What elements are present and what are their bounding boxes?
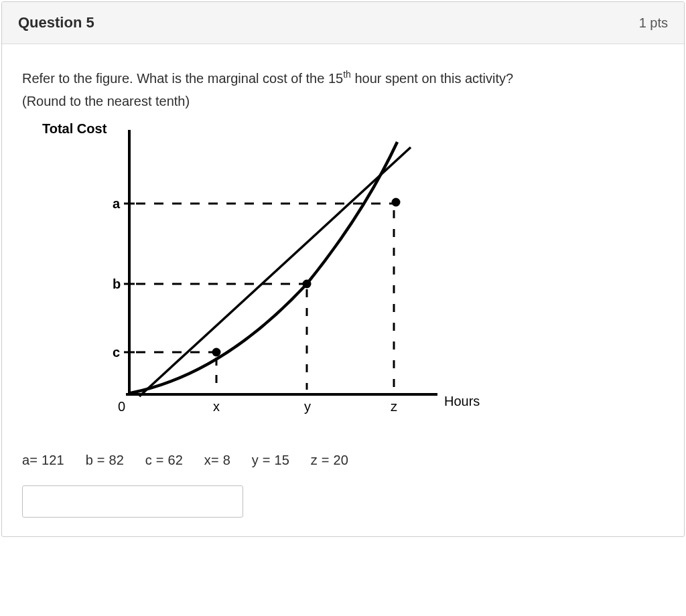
question-title: Question 5 [18, 14, 94, 31]
x-tick-z: z [391, 399, 397, 414]
y-axis-label: Total Cost [42, 121, 107, 136]
total-cost-chart-icon: Total Cost Hours a b c 0 [22, 117, 491, 431]
prompt-line1-post: hour spent on this activity? [351, 71, 513, 86]
svg-line-14 [139, 147, 411, 396]
given-values: a= 121 b = 82 c = 62 x= 8 y = 15 z = 20 [22, 453, 664, 468]
question-prompt: Refer to the figure. What is the margina… [22, 67, 664, 112]
y-tick-c: c [113, 345, 120, 360]
x-tick-y: y [304, 399, 311, 414]
prompt-line1-pre: Refer to the figure. What is the margina… [22, 71, 343, 86]
y-tick-a: a [113, 196, 121, 211]
question-header: Question 5 1 pts [2, 2, 684, 44]
question-card: Question 5 1 pts Refer to the figure. Wh… [1, 1, 685, 537]
value-b: b = 82 [86, 453, 124, 468]
question-body: Refer to the figure. What is the margina… [2, 44, 684, 536]
question-points: 1 pts [639, 15, 668, 31]
svg-point-15 [212, 348, 221, 357]
chart-figure: Total Cost Hours a b c 0 [22, 117, 664, 434]
value-y: y = 15 [252, 453, 289, 468]
prompt-line2: (Round to the nearest tenth) [22, 94, 190, 108]
svg-point-16 [303, 280, 312, 289]
value-z: z = 20 [311, 453, 348, 468]
value-x: x= 8 [204, 453, 230, 468]
svg-point-17 [392, 198, 401, 207]
value-c: c = 62 [145, 453, 183, 468]
x-axis-label: Hours [444, 394, 480, 408]
answer-input[interactable] [22, 485, 243, 518]
value-a: a= 121 [22, 453, 64, 468]
x-tick-x: x [213, 399, 220, 414]
prompt-sup: th [343, 69, 351, 80]
y-tick-b: b [113, 277, 121, 291]
origin-label: 0 [118, 399, 125, 414]
